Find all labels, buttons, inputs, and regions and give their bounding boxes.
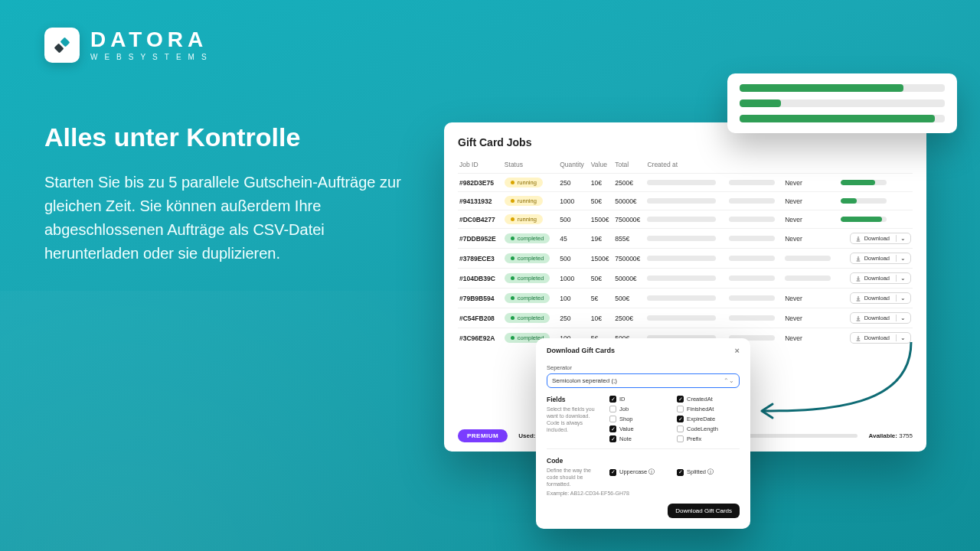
placeholder-bar (647, 295, 716, 301)
chevron-down-icon[interactable]: ⌄ (896, 295, 906, 302)
checkbox-icon: ✓ (677, 396, 684, 403)
checkbox-finishedat[interactable]: FinishedAt (677, 406, 740, 412)
chevron-updown-icon: ⌃⌄ (724, 377, 734, 384)
checkbox-label: Job (619, 406, 629, 412)
placeholder-bar (729, 315, 775, 321)
cell-quantity: 500 (558, 249, 590, 269)
table-row: #94131932running100050€50000€Never (458, 192, 913, 210)
cell-value: 50€ (590, 192, 613, 210)
job-id: #94131932 (458, 192, 503, 210)
available-label: Available: (868, 432, 897, 439)
cell-value: 50€ (590, 269, 613, 289)
job-id: #79B9B594 (458, 289, 503, 308)
cell-quantity: 45 (558, 229, 590, 249)
checkbox-shop[interactable]: Shop (609, 416, 672, 422)
cell-total: 750000€ (613, 249, 645, 269)
checkbox-icon: ✓ (677, 469, 684, 476)
checkbox-prefix[interactable]: Prefix (677, 435, 740, 442)
brand-logo-icon (44, 28, 80, 63)
separator-value: Semicolon seperated (;) (552, 377, 617, 384)
cell-value: 10€ (590, 308, 613, 328)
expires-never: Never (785, 295, 802, 302)
chevron-down-icon[interactable]: ⌄ (896, 334, 906, 341)
status-badge: completed (505, 273, 550, 283)
checkbox-label: ExpireDate (687, 416, 715, 422)
expires-never: Never (785, 334, 802, 342)
checkbox-icon (609, 416, 616, 422)
expires-never: Never (785, 216, 802, 223)
download-button[interactable]: Download⌄ (850, 312, 911, 324)
job-id: #7DDB952E (458, 229, 503, 249)
placeholder-bar (729, 217, 775, 222)
job-id: #3789ECE3 (458, 249, 503, 269)
download-button[interactable]: Download⌄ (850, 233, 911, 244)
fields-title: Fields (547, 396, 600, 403)
download-button[interactable]: Download⌄ (850, 272, 911, 284)
placeholder-bar (785, 256, 831, 261)
available-value: 3755 (899, 432, 913, 439)
close-icon[interactable]: × (735, 346, 740, 355)
checkbox-icon (677, 406, 684, 412)
example-label: Example: (547, 491, 569, 496)
cell-quantity: 100 (558, 289, 590, 308)
chevron-down-icon[interactable]: ⌄ (896, 275, 906, 282)
cell-quantity: 250 (558, 308, 590, 328)
table-row: #982D3E75running25010€2500€Never (458, 174, 913, 192)
cell-total: 500€ (613, 289, 645, 308)
download-button[interactable]: Download⌄ (850, 292, 911, 304)
cell-total: 50000€ (613, 269, 645, 289)
brand-name: DATORA (90, 29, 214, 51)
download-button[interactable]: Download⌄ (850, 332, 911, 344)
download-button[interactable]: Download⌄ (850, 253, 911, 264)
job-id: #104DB39C (458, 269, 503, 289)
checkbox-label: Shop (619, 416, 633, 422)
chevron-down-icon[interactable]: ⌄ (896, 255, 906, 262)
checkbox-icon (677, 435, 684, 442)
status-badge: running (505, 214, 543, 224)
cell-value: 5€ (590, 289, 613, 308)
placeholder-bar (647, 256, 716, 261)
column-header: Status (503, 158, 558, 174)
marketing-copy: Alles unter Kontrolle Starten Sie bis zu… (44, 122, 412, 266)
status-badge: completed (505, 313, 550, 323)
separator-label: Seperator (547, 364, 740, 371)
progress-bar (740, 115, 945, 122)
job-id: #C54FB208 (458, 308, 503, 328)
checkbox-id[interactable]: ✓ID (609, 396, 672, 403)
download-giftcards-button[interactable]: Download Gift Cards (668, 504, 740, 518)
placeholder-bar (647, 276, 716, 281)
checkbox-uppercase[interactable]: ✓Uppercase ⓘ (609, 457, 672, 487)
checkbox-icon: ✓ (609, 435, 616, 442)
checkbox-label: Uppercase ⓘ (619, 468, 655, 476)
download-modal: Download Gift Cards × Seperator Semicolo… (536, 338, 750, 529)
example-value: AB12-CD34-EF56-GH78 (570, 491, 629, 496)
cell-total: 2500€ (613, 308, 645, 328)
checkbox-splitted[interactable]: ✓Splitted ⓘ (677, 457, 740, 487)
checkbox-expiredate[interactable]: ✓ExpireDate (677, 416, 740, 422)
separator-select[interactable]: Semicolon seperated (;) ⌃⌄ (547, 373, 740, 388)
chevron-down-icon[interactable]: ⌄ (896, 235, 906, 242)
svg-rect-0 (60, 37, 70, 47)
checkbox-note[interactable]: ✓Note (609, 435, 672, 442)
expires-never: Never (785, 235, 802, 243)
table-row: #DC0B4277running5001500€750000€Never (458, 210, 913, 229)
svg-rect-1 (54, 44, 64, 54)
cell-total: 50000€ (613, 192, 645, 210)
checkbox-value[interactable]: ✓Value (609, 425, 672, 432)
premium-badge: PREMIUM (458, 429, 508, 442)
placeholder-bar (647, 180, 716, 185)
checkbox-label: CodeLength (687, 425, 718, 432)
panel-title: Gift Card Jobs (458, 136, 913, 148)
checkbox-createdat[interactable]: ✓CreatedAt (677, 396, 740, 403)
cell-quantity: 500 (558, 210, 590, 229)
placeholder-bar (647, 217, 716, 222)
cell-value: 19€ (590, 229, 613, 249)
chevron-down-icon[interactable]: ⌄ (896, 315, 906, 321)
jobs-table: Job IDStatusQuantityValueTotalCreated at… (458, 158, 913, 347)
checkbox-codelength[interactable]: CodeLength (677, 425, 740, 432)
code-title: Code (547, 457, 600, 465)
column-header: Job ID (458, 158, 503, 174)
checkbox-job[interactable]: Job (609, 406, 672, 412)
cell-quantity: 250 (558, 174, 590, 192)
status-badge: completed (505, 293, 550, 303)
